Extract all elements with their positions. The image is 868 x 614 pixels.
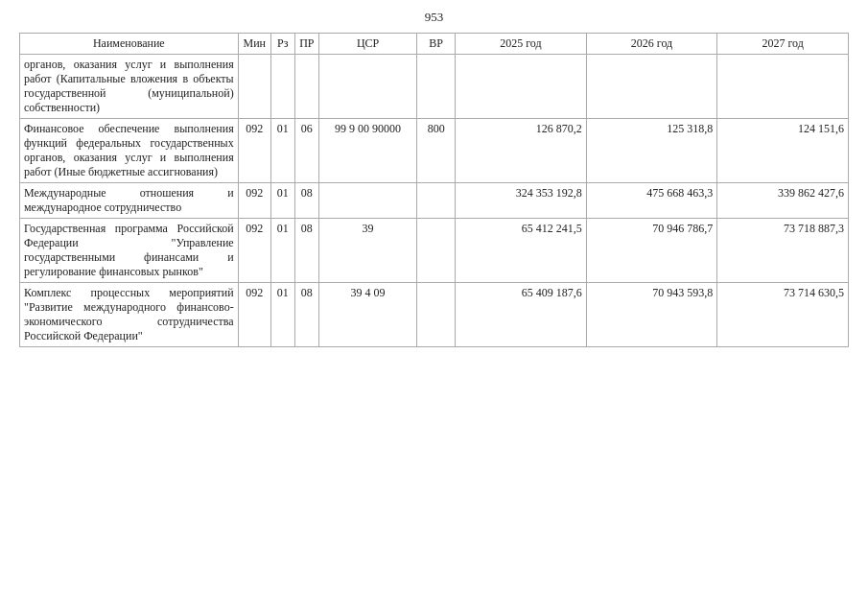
row0-2027: [717, 55, 849, 119]
col-header-2026: 2026 год: [586, 34, 717, 55]
row4-rz: 01: [270, 283, 294, 347]
row4-pr: 08: [294, 283, 318, 347]
row3-pr: 08: [294, 219, 318, 283]
row2-2026: 475 668 463,3: [586, 183, 717, 219]
row0-pr: [294, 55, 318, 119]
row2-vr: [417, 183, 456, 219]
row3-csr: 39: [318, 219, 416, 283]
table-row: Государственная программа Российской Фед…: [20, 219, 849, 283]
table-row: органов, оказания услуг и выполнения раб…: [20, 55, 849, 119]
row0-vr: [417, 55, 456, 119]
page-number: 953: [19, 10, 849, 25]
row4-2026: 70 943 593,8: [586, 283, 717, 347]
row0-csr: [318, 55, 416, 119]
row2-name: Международные отношения и международное …: [20, 183, 239, 219]
row4-2027: 73 714 630,5: [717, 283, 849, 347]
row1-min: 092: [238, 119, 270, 183]
row1-2027: 124 151,6: [717, 119, 849, 183]
row4-csr: 39 4 09: [318, 283, 416, 347]
table-row: Международные отношения и международное …: [20, 183, 849, 219]
row1-csr: 99 9 00 90000: [318, 119, 416, 183]
row0-name: органов, оказания услуг и выполнения раб…: [20, 55, 239, 119]
page: 953 Наименование Мин Рз ПР ЦСР ВР 2025 г…: [0, 0, 868, 614]
col-header-rz: Рз: [270, 34, 294, 55]
row4-min: 092: [238, 283, 270, 347]
col-header-2025: 2025 год: [456, 34, 587, 55]
row0-2025: [456, 55, 587, 119]
row2-csr: [318, 183, 416, 219]
row1-rz: 01: [270, 119, 294, 183]
row3-2025: 65 412 241,5: [456, 219, 587, 283]
row3-name: Государственная программа Российской Фед…: [20, 219, 239, 283]
row3-min: 092: [238, 219, 270, 283]
col-header-vr: ВР: [417, 34, 456, 55]
row0-rz: [270, 55, 294, 119]
row3-2027: 73 718 887,3: [717, 219, 849, 283]
row4-2025: 65 409 187,6: [456, 283, 587, 347]
budget-table: Наименование Мин Рз ПР ЦСР ВР 2025 год 2…: [19, 33, 849, 347]
row3-rz: 01: [270, 219, 294, 283]
col-header-pr: ПР: [294, 34, 318, 55]
row3-2026: 70 946 786,7: [586, 219, 717, 283]
col-header-csr: ЦСР: [318, 34, 416, 55]
table-header-row: Наименование Мин Рз ПР ЦСР ВР 2025 год 2…: [20, 34, 849, 55]
row1-2026: 125 318,8: [586, 119, 717, 183]
row2-2025: 324 353 192,8: [456, 183, 587, 219]
row1-name: Финансовое обеспечение выполнения функци…: [20, 119, 239, 183]
row0-min: [238, 55, 270, 119]
row0-2026: [586, 55, 717, 119]
col-header-min: Мин: [238, 34, 270, 55]
row2-2027: 339 862 427,6: [717, 183, 849, 219]
row4-vr: [417, 283, 456, 347]
row4-name: Комплекс процессных мероприятий "Развити…: [20, 283, 239, 347]
table-row: Комплекс процессных мероприятий "Развити…: [20, 283, 849, 347]
row2-pr: 08: [294, 183, 318, 219]
row1-2025: 126 870,2: [456, 119, 587, 183]
row3-vr: [417, 219, 456, 283]
table-row: Финансовое обеспечение выполнения функци…: [20, 119, 849, 183]
row1-pr: 06: [294, 119, 318, 183]
col-header-2027: 2027 год: [717, 34, 849, 55]
col-header-name: Наименование: [20, 34, 239, 55]
row2-min: 092: [238, 183, 270, 219]
row1-vr: 800: [417, 119, 456, 183]
row2-rz: 01: [270, 183, 294, 219]
